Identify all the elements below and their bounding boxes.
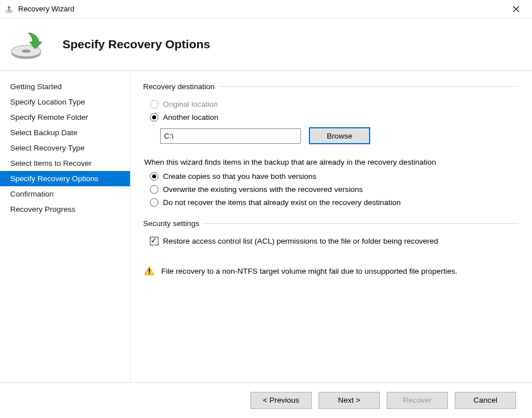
- wizard-sidebar: Getting Started Specify Location Type Sp…: [0, 71, 131, 382]
- window-title: Recovery Wizard: [18, 5, 505, 13]
- step-select-items-to-recover[interactable]: Select Items to Recover: [0, 156, 130, 171]
- close-button[interactable]: [505, 0, 527, 18]
- radio-original-location: [150, 100, 158, 108]
- option-create-copies[interactable]: Create copies so that you have both vers…: [144, 170, 518, 183]
- page-heading: Specify Recovery Options: [62, 37, 210, 51]
- radio-do-not-recover[interactable]: [150, 198, 158, 207]
- radio-another-location[interactable]: [150, 113, 158, 122]
- label-create-copies: Create copies so that you have both vers…: [163, 172, 316, 181]
- warning-row: File recovery to a non-NTFS target volum…: [144, 257, 518, 276]
- label-overwrite: Overwrite the existing versions with the…: [163, 185, 363, 194]
- checkbox-restore-acl[interactable]: [150, 237, 158, 245]
- svg-point-8: [22, 49, 31, 53]
- warning-text: File recovery to a non-NTFS target volum…: [161, 267, 458, 275]
- wizard-body: Getting Started Specify Location Type Sp…: [0, 71, 532, 382]
- recover-button: Recover: [387, 392, 448, 409]
- warning-icon: [144, 266, 154, 276]
- option-do-not-recover[interactable]: Do not recover the items that already ex…: [144, 196, 518, 209]
- svg-point-2: [8, 10, 10, 11]
- next-button[interactable]: Next >: [319, 392, 380, 409]
- titlebar: Recovery Wizard: [0, 0, 532, 18]
- svg-rect-10: [149, 273, 150, 274]
- option-another-location[interactable]: Another location: [144, 111, 518, 124]
- step-recovery-progress[interactable]: Recovery Progress: [0, 202, 130, 217]
- recovery-large-icon: [10, 28, 47, 60]
- step-confirmation[interactable]: Confirmation: [0, 186, 130, 202]
- radio-overwrite[interactable]: [150, 185, 158, 194]
- previous-button[interactable]: < Previous: [250, 392, 312, 409]
- security-settings-group: Security settings Restore access control…: [144, 219, 518, 252]
- label-restore-acl: Restore access control list (ACL) permis…: [163, 237, 438, 245]
- label-original-location: Original location: [163, 100, 218, 108]
- step-specify-location-type[interactable]: Specify Location Type: [0, 94, 130, 110]
- recovery-destination-legend: Recovery destination: [143, 82, 218, 91]
- close-icon: [513, 6, 520, 12]
- wizard-content: Recovery destination Original location A…: [131, 71, 532, 382]
- security-settings-legend: Security settings: [143, 219, 203, 228]
- label-do-not-recover: Do not recover the items that already ex…: [163, 198, 401, 207]
- step-specify-recovery-options[interactable]: Specify Recovery Options: [0, 171, 130, 186]
- path-row: Browse: [144, 124, 518, 149]
- destination-path-input[interactable]: [160, 128, 301, 144]
- svg-rect-9: [149, 269, 150, 272]
- browse-button[interactable]: Browse: [309, 127, 370, 144]
- step-getting-started[interactable]: Getting Started: [0, 79, 130, 94]
- option-overwrite[interactable]: Overwrite the existing versions with the…: [144, 183, 518, 196]
- recovery-destination-group: Recovery destination Original location A…: [144, 82, 518, 153]
- option-original-location: Original location: [144, 98, 518, 111]
- step-specify-remote-folder[interactable]: Specify Remote Folder: [0, 110, 130, 125]
- cancel-button[interactable]: Cancel: [455, 392, 516, 409]
- recovery-wizard-icon: [5, 5, 14, 14]
- step-select-recovery-type[interactable]: Select Recovery Type: [0, 140, 130, 156]
- radio-create-copies[interactable]: [150, 172, 158, 181]
- conflict-description: When this wizard finds items in the back…: [144, 158, 518, 166]
- wizard-header: Specify Recovery Options: [0, 18, 532, 71]
- wizard-footer: < Previous Next > Recover Cancel: [0, 382, 532, 417]
- label-another-location: Another location: [163, 113, 219, 122]
- option-restore-acl[interactable]: Restore access control list (ACL) permis…: [144, 235, 518, 248]
- step-select-backup-date[interactable]: Select Backup Date: [0, 125, 130, 140]
